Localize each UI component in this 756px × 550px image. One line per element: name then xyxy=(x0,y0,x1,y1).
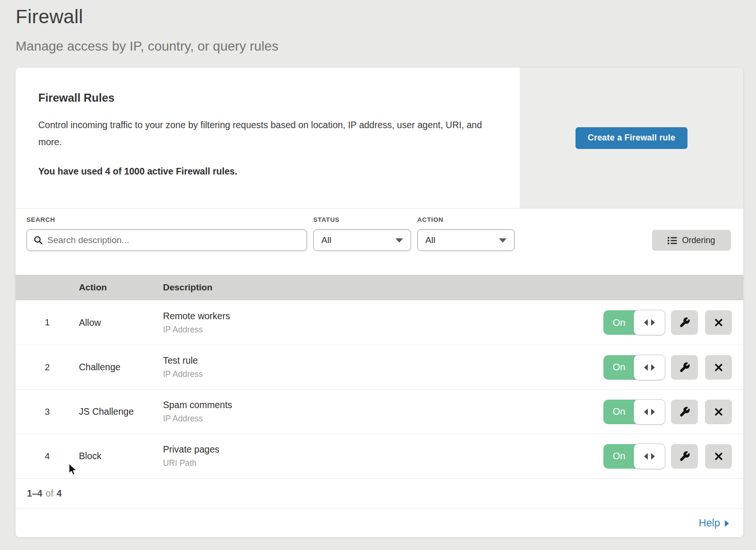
rule-description-cell: Private pages URI Path xyxy=(163,444,603,468)
rule-enabled-toggle[interactable]: On xyxy=(603,444,665,469)
rule-description-cell: Spam comments IP Address xyxy=(163,400,603,424)
edit-rule-button[interactable] xyxy=(671,355,698,380)
list-icon xyxy=(668,236,677,244)
pagination-range: 1–4 xyxy=(27,488,43,499)
action-selected-value: All xyxy=(425,235,435,245)
card-description: Control incoming traffic to your zone by… xyxy=(38,116,492,150)
search-group: SEARCH xyxy=(26,216,307,251)
rule-action: Challenge xyxy=(79,362,163,373)
wrench-icon xyxy=(679,362,690,373)
arrow-right-icon xyxy=(651,409,655,415)
rule-priority: 4 xyxy=(16,451,79,462)
card-heading: Firewall Rules xyxy=(38,91,501,105)
table-row: 1 Allow Remote workers IP Address On xyxy=(16,300,743,345)
overview-text-block: Firewall Rules Control incoming traffic … xyxy=(16,68,520,208)
rule-controls: On xyxy=(603,310,743,335)
rule-match-type: IP Address xyxy=(163,325,603,335)
toggle-on-label: On xyxy=(603,444,635,469)
rule-enabled-toggle[interactable]: On xyxy=(603,310,665,335)
close-icon xyxy=(713,362,724,373)
table-row: 4 Block Private pages URI Path On xyxy=(16,434,743,478)
arrow-right-icon xyxy=(725,520,729,527)
toggle-handle[interactable] xyxy=(634,355,665,380)
close-icon xyxy=(713,407,724,417)
status-label: STATUS xyxy=(313,216,411,223)
close-icon xyxy=(713,451,724,462)
rule-description-cell: Test rule IP Address xyxy=(163,355,603,379)
card-footer: Help xyxy=(16,508,743,537)
table-row: 3 JS Challenge Spam comments IP Address … xyxy=(16,389,743,434)
edit-rule-button[interactable] xyxy=(671,444,698,469)
rule-match-type: IP Address xyxy=(163,414,603,424)
rule-description: Test rule xyxy=(163,355,603,366)
rule-description: Remote workers xyxy=(163,311,603,322)
mouse-cursor xyxy=(68,463,80,477)
delete-rule-button[interactable] xyxy=(705,444,732,469)
firewall-rules-card: Firewall Rules Control incoming traffic … xyxy=(16,68,743,537)
pagination: 1–4 of 4 xyxy=(16,478,743,508)
rule-match-type: IP Address xyxy=(163,369,603,379)
search-icon xyxy=(34,236,43,245)
table-row: 2 Challenge Test rule IP Address On xyxy=(16,345,743,389)
help-link-label: Help xyxy=(699,517,720,529)
rule-action: JS Challenge xyxy=(79,406,163,417)
ordering-button[interactable]: Ordering xyxy=(652,230,731,251)
description-column-header: Description xyxy=(163,282,743,293)
rule-action: Block xyxy=(79,451,163,462)
page-subtitle: Manage access by IP, country, or query r… xyxy=(16,39,756,54)
rule-priority: 2 xyxy=(16,362,79,373)
toggle-on-label: On xyxy=(603,310,635,335)
arrow-left-icon xyxy=(644,453,648,460)
rule-description-cell: Remote workers IP Address xyxy=(163,311,603,335)
pagination-total: 4 xyxy=(57,488,62,499)
arrow-left-icon xyxy=(644,319,648,326)
overview-section: Firewall Rules Control incoming traffic … xyxy=(16,68,743,209)
arrow-left-icon xyxy=(644,364,648,371)
rule-priority: 3 xyxy=(16,407,79,417)
usage-note: You have used 4 of 1000 active Firewall … xyxy=(38,166,501,177)
edit-rule-button[interactable] xyxy=(671,400,698,424)
toggle-handle[interactable] xyxy=(634,310,665,335)
pagination-separator: of xyxy=(46,488,53,499)
delete-rule-button[interactable] xyxy=(705,310,732,335)
chevron-down-icon xyxy=(395,238,403,243)
delete-rule-button[interactable] xyxy=(705,355,732,380)
rule-description: Spam comments xyxy=(163,400,603,410)
arrow-right-icon xyxy=(651,453,655,460)
wrench-icon xyxy=(679,451,690,462)
action-label: ACTION xyxy=(417,216,515,223)
action-group: ACTION All xyxy=(417,216,515,251)
page-header: Firewall Manage access by IP, country, o… xyxy=(0,0,756,54)
action-column-header: Action xyxy=(79,282,163,293)
firewall-page: Firewall Manage access by IP, country, o… xyxy=(0,0,756,550)
create-rule-panel: Create a Firewall rule xyxy=(520,68,743,208)
search-box xyxy=(26,229,307,251)
create-firewall-rule-button[interactable]: Create a Firewall rule xyxy=(576,127,687,149)
rule-priority: 1 xyxy=(16,317,79,328)
status-select[interactable]: All xyxy=(313,229,411,251)
table-header: Action Description xyxy=(16,275,743,300)
toggle-handle[interactable] xyxy=(634,399,665,425)
rule-description: Private pages xyxy=(163,444,603,455)
rule-enabled-toggle[interactable]: On xyxy=(603,355,665,380)
status-selected-value: All xyxy=(321,235,331,245)
delete-rule-button[interactable] xyxy=(705,400,732,424)
toggle-on-label: On xyxy=(603,400,635,424)
toggle-on-label: On xyxy=(603,355,635,380)
action-select[interactable]: All xyxy=(417,229,515,251)
rule-match-type: URI Path xyxy=(163,458,603,468)
toggle-handle[interactable] xyxy=(634,444,665,469)
arrow-right-icon xyxy=(651,319,655,326)
search-label: SEARCH xyxy=(26,216,307,223)
edit-rule-button[interactable] xyxy=(671,310,698,335)
help-link[interactable]: Help xyxy=(699,517,729,529)
arrow-left-icon xyxy=(644,409,648,415)
rule-enabled-toggle[interactable]: On xyxy=(603,400,665,424)
arrow-right-icon xyxy=(651,364,655,371)
wrench-icon xyxy=(679,406,690,418)
rule-action: Allow xyxy=(79,317,163,328)
search-input[interactable] xyxy=(47,235,300,245)
wrench-icon xyxy=(679,317,690,328)
close-icon xyxy=(713,317,724,328)
page-title: Firewall xyxy=(16,4,756,29)
